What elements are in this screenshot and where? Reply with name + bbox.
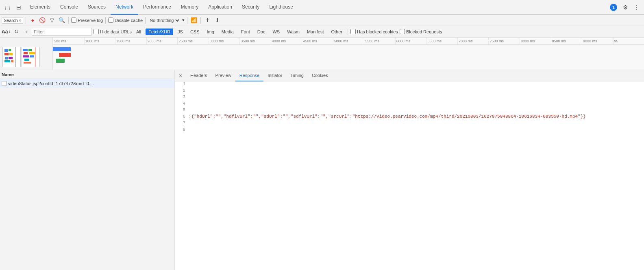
filter-btn-css[interactable]: CSS — [187, 29, 202, 35]
timeline-tick: 4000 ms — [271, 37, 302, 44]
upload-icon[interactable]: ⬆ — [203, 16, 211, 24]
blocked-requests-label[interactable]: Blocked Requests — [400, 29, 442, 34]
filter-btn-img[interactable]: Img — [204, 29, 217, 35]
search-icon[interactable]: 🔍 — [58, 16, 66, 24]
timeline-tick: 5500 ms — [364, 37, 395, 44]
timeline-tick: 3500 ms — [239, 37, 271, 44]
filter-btn-fetch-xhr[interactable]: Fetch/XHR — [146, 29, 173, 35]
tab-performance[interactable]: Performance — [138, 0, 176, 15]
request-name: videoStatus.jsp?contId=1737472&mrd=0.... — [8, 81, 173, 86]
hide-data-urls-label[interactable]: Hide data URLs — [94, 29, 132, 34]
stop-button[interactable]: 🚫 — [38, 16, 46, 24]
preserve-log-checkbox[interactable] — [71, 18, 76, 23]
hide-data-urls-checkbox[interactable] — [94, 29, 99, 34]
has-blocked-cookies-checkbox[interactable] — [350, 29, 356, 34]
waterfall-bar-3 — [56, 59, 65, 63]
waterfall-thumb-2 — [22, 47, 40, 67]
more-menu-icon[interactable]: ⋮ — [632, 2, 642, 12]
back-button[interactable]: ‹ — [22, 28, 30, 36]
response-content[interactable]: 123456:{"hdUrl":"","hdflvUrl":"","sdUrl"… — [175, 81, 644, 270]
row-checkbox[interactable] — [2, 81, 7, 86]
waterfall-bar-2 — [59, 53, 71, 57]
filter-input-wrap[interactable] — [32, 28, 92, 36]
response-line: 6:{"hdUrl":"","hdflvUrl":"","sdUrl":"","… — [175, 114, 644, 121]
filter-btn-js[interactable]: JS — [175, 29, 186, 35]
name-column-header: Name — [0, 72, 174, 77]
filter-btn-doc[interactable]: Doc — [255, 29, 268, 35]
search-tab[interactable]: Search × — [2, 17, 23, 24]
response-line: 8 — [175, 127, 644, 134]
tab-sources[interactable]: Sources — [83, 0, 111, 15]
device-toggle-icon[interactable]: ⊟ — [14, 2, 24, 12]
divider-4 — [145, 17, 146, 24]
request-list-body[interactable]: videoStatus.jsp?contId=1737472&mrd=0.... — [0, 79, 174, 270]
record-button[interactable]: ● — [28, 16, 37, 24]
tab-security[interactable]: Security — [237, 0, 264, 15]
badge-count: 1 — [610, 4, 617, 11]
filter-input[interactable] — [34, 29, 90, 34]
timeline-bar: 500 ms1000 ms1500 ms2000 ms2500 ms3000 m… — [0, 37, 644, 70]
search-tab-label: Search — [4, 18, 18, 23]
timeline-tick: 8500 ms — [551, 37, 582, 44]
tab-cookies[interactable]: Cookies — [308, 70, 332, 81]
inspect-icon[interactable]: ⬚ — [2, 2, 12, 12]
tab-headers[interactable]: Headers — [186, 70, 211, 81]
request-list: Name videoStatus.jsp?contId=1737472&mrd=… — [0, 70, 175, 270]
throttle-arrow: ▾ — [182, 18, 185, 23]
tab-elements[interactable]: Elements — [25, 0, 55, 15]
download-icon[interactable]: ⬇ — [213, 16, 221, 24]
line-number: 7 — [176, 121, 189, 125]
detail-close-icon[interactable]: × — [176, 72, 185, 80]
tab-application[interactable]: Application — [203, 0, 237, 15]
filter-btn-media[interactable]: Media — [219, 29, 237, 35]
divider-5 — [187, 17, 187, 24]
request-list-header: Name — [0, 70, 174, 79]
tab-memory[interactable]: Memory — [176, 0, 203, 15]
filter-btn-manifest[interactable]: Manifest — [304, 29, 327, 35]
tab-console[interactable]: Console — [55, 0, 83, 15]
response-line: 2 — [175, 88, 644, 94]
timeline-tick: 1500 ms — [115, 37, 146, 44]
timeline-tick: 9000 ms — [582, 37, 613, 44]
filter-btn-all[interactable]: All — [133, 29, 144, 35]
font-size-arrow: ↕ — [9, 29, 11, 34]
filter-icon[interactable]: ▽ — [48, 16, 56, 24]
tab-timing[interactable]: Timing — [286, 70, 308, 81]
settings-icon[interactable]: ⚙ — [620, 2, 630, 12]
tab-initiator[interactable]: Initiator — [263, 70, 286, 81]
font-size-toggle[interactable]: Aa ↕ — [2, 29, 11, 35]
wifi-icon[interactable]: 📶 — [190, 16, 198, 24]
filter-btn-font[interactable]: Font — [238, 29, 253, 35]
tab-response[interactable]: Response — [235, 70, 264, 81]
divider-1 — [26, 17, 26, 24]
throttle-select[interactable]: No throttling Fast 3G Slow 3G Offline — [148, 18, 181, 23]
search-close-icon[interactable]: × — [19, 18, 21, 23]
timeline-tick: 7500 ms — [488, 37, 520, 44]
tab-lighthouse[interactable]: Lighthouse — [264, 0, 298, 15]
detail-panel: × Headers Preview Response Initiator Tim… — [175, 70, 644, 270]
tab-network[interactable]: Network — [111, 0, 138, 15]
waterfall-thumb-1 — [2, 47, 21, 67]
timeline-tick: 2000 ms — [146, 37, 178, 44]
tab-preview[interactable]: Preview — [211, 70, 235, 81]
line-number: 1 — [176, 81, 189, 86]
network-toolbar: Search × ● 🚫 ▽ 🔍 Preserve log Disable ca… — [0, 15, 644, 26]
line-number: 4 — [176, 101, 189, 106]
has-blocked-cookies-label[interactable]: Has blocked cookies — [350, 29, 398, 34]
waterfall-bar-1 — [53, 47, 71, 51]
blocked-requests-checkbox[interactable] — [400, 29, 405, 34]
filter-btn-ws[interactable]: WS — [270, 29, 283, 35]
preserve-log-label[interactable]: Preserve log — [71, 18, 103, 23]
disable-cache-checkbox[interactable] — [108, 18, 113, 23]
line-number: 8 — [176, 127, 189, 132]
table-row[interactable]: videoStatus.jsp?contId=1737472&mrd=0.... — [0, 79, 174, 88]
timeline-tick: 95 — [613, 37, 644, 44]
detail-tabs: × Headers Preview Response Initiator Tim… — [175, 70, 644, 81]
disable-cache-label[interactable]: Disable cache — [108, 18, 143, 23]
refresh-button[interactable]: ↻ — [12, 28, 20, 36]
filter-btn-other[interactable]: Other — [328, 29, 345, 35]
filter-divider — [348, 29, 348, 35]
timeline-tick: 4500 ms — [302, 37, 333, 44]
timeline-tick: 2500 ms — [177, 37, 209, 44]
filter-btn-wasm[interactable]: Wasm — [284, 29, 302, 35]
